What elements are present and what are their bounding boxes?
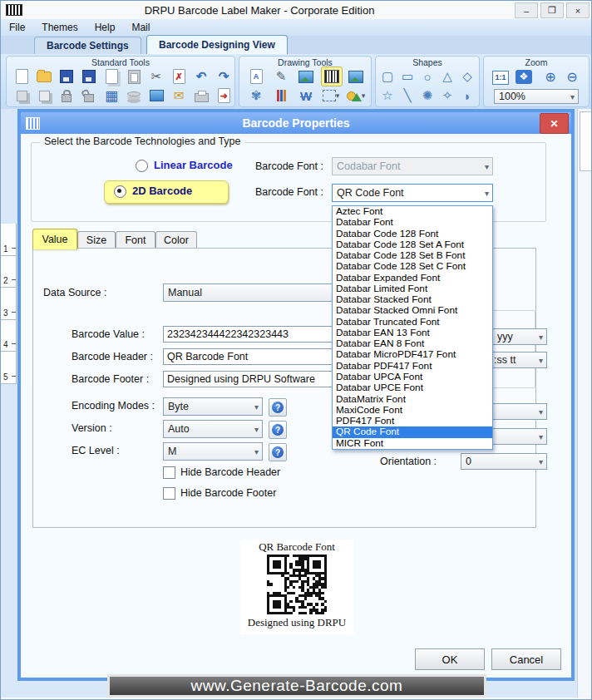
close-button[interactable]: × <box>566 2 590 18</box>
font-list-item[interactable]: PDF417 Font <box>333 416 492 426</box>
tab-value[interactable]: Value <box>32 229 77 249</box>
ec-level-select[interactable]: M ▾ <box>163 442 263 461</box>
font-list-item[interactable]: Databar Limited Font <box>333 283 492 294</box>
new-icon[interactable] <box>12 67 32 86</box>
font-list-item[interactable]: Databar Expanded Font <box>333 273 492 283</box>
paste-icon[interactable] <box>124 67 144 86</box>
barcode-header-input[interactable]: QR Barcode Font <box>163 348 348 365</box>
zoom-in-icon[interactable]: ⊕ <box>540 67 560 86</box>
shape-four-star-icon[interactable]: ✧ <box>439 86 456 105</box>
tab-size[interactable]: Size <box>77 231 116 249</box>
shapes-tool-icon[interactable]: ▾ <box>346 86 366 105</box>
font-list-item[interactable]: Aztec Font <box>333 206 492 217</box>
version-select[interactable]: Auto ▾ <box>163 420 263 438</box>
lock-icon[interactable] <box>57 86 76 105</box>
export-icon[interactable]: ➜ <box>214 86 234 105</box>
shape-triangle-icon[interactable]: △ <box>439 67 456 86</box>
cancel-button[interactable]: Cancel <box>491 648 561 670</box>
select-area-tool-icon[interactable]: ▾ <box>321 86 341 105</box>
picture-tool-icon[interactable] <box>296 67 316 86</box>
delete-icon[interactable]: ✗ <box>169 67 189 86</box>
watermark-tool-icon[interactable]: W <box>296 86 316 105</box>
hide-footer-checkbox[interactable] <box>163 487 175 500</box>
tab-barcode-settings[interactable]: Barcode Settings <box>34 37 141 54</box>
shape-arc-icon[interactable]: ◗ <box>459 86 476 105</box>
shape-line-icon[interactable]: ╲ <box>399 86 416 105</box>
shape-square-icon[interactable]: ▢ <box>379 67 396 86</box>
freeform-tool-icon[interactable]: ✾ <box>246 86 266 105</box>
pen-tool-icon[interactable]: ✎ <box>271 67 291 86</box>
dialog-close-button[interactable]: ✕ <box>540 113 569 134</box>
menu-themes[interactable]: Themes <box>33 19 86 36</box>
font-list-item[interactable]: Databar Stacked Font <box>333 294 492 305</box>
shape-burst-icon[interactable]: ✺ <box>419 86 436 105</box>
2d-font-select[interactable]: QR Code Font ▾ <box>332 184 493 202</box>
barcode-footer-input[interactable]: Designed using DRPU Software <box>163 371 348 387</box>
shape-circle-icon[interactable]: ○ <box>419 67 436 86</box>
data-source-select[interactable]: Manual ▾ <box>163 283 348 302</box>
version-help-button[interactable]: ? <box>269 421 287 439</box>
save-icon[interactable] <box>57 67 76 86</box>
font-list-item[interactable]: MaxiCode Font <box>333 405 492 416</box>
layers-icon[interactable] <box>12 86 32 105</box>
text-tool-icon[interactable]: A <box>246 67 266 86</box>
print-icon[interactable] <box>191 86 211 105</box>
export-image-icon[interactable] <box>146 86 166 105</box>
tab-barcode-designing-view[interactable]: Barcode Designing View <box>146 35 288 54</box>
font-list-item[interactable]: Databar MicroPDF417 Font <box>333 349 492 360</box>
shape-rectangle-icon[interactable]: ▭ <box>399 67 416 86</box>
linear-barcode-radio[interactable] <box>136 160 148 172</box>
barcode-tool-icon[interactable] <box>321 67 343 86</box>
font-list-item[interactable]: Databar Code 128 Set A Font <box>333 239 492 250</box>
copy-icon[interactable] <box>101 67 121 86</box>
font-list-item[interactable]: Databar EAN 8 Font <box>333 338 492 349</box>
zoom-actual-size-icon[interactable]: 1:1 <box>491 68 511 86</box>
shape-star-icon[interactable]: ☆ <box>379 86 396 105</box>
zoom-out-icon[interactable]: ⊖ <box>562 67 582 86</box>
ec-level-help-button[interactable]: ? <box>269 443 287 461</box>
zoom-fit-icon[interactable]: ❖ <box>514 67 534 86</box>
font-list-item[interactable]: Databar UPCE Font <box>333 382 492 393</box>
font-list-item[interactable]: Databar Code 128 Set C Font <box>333 261 492 272</box>
tab-color[interactable]: Color <box>155 231 197 249</box>
cut-icon[interactable]: ✂ <box>146 67 166 86</box>
menu-help[interactable]: Help <box>86 19 124 36</box>
minimize-button[interactable]: – <box>515 2 538 18</box>
font-list-item[interactable]: Databar Font <box>333 217 492 228</box>
font-list-item[interactable]: Databar Code 128 Font <box>333 229 492 239</box>
tab-font[interactable]: Font <box>116 231 155 249</box>
menu-file[interactable]: File <box>1 19 33 36</box>
unlock-icon[interactable] <box>79 86 99 105</box>
scrollbar-thumb[interactable] <box>580 111 592 171</box>
redo-icon[interactable]: ↷ <box>214 67 234 86</box>
vertical-scrollbar[interactable] <box>577 109 592 698</box>
font-list-item[interactable]: Databar PDF417 Font <box>333 361 492 372</box>
font-list-item[interactable]: Databar UPCA Font <box>333 372 492 382</box>
2d-barcode-radio[interactable] <box>114 185 126 198</box>
hide-header-checkbox[interactable] <box>163 466 175 479</box>
library-tool-icon[interactable] <box>271 86 291 105</box>
font-list-item[interactable]: Databar Stacked Omni Font <box>333 305 492 316</box>
encoding-modes-select[interactable]: Byte ▾ <box>163 397 263 416</box>
ok-button[interactable]: OK <box>415 648 485 670</box>
font-list-item[interactable]: Databar EAN 13 Font <box>333 328 492 338</box>
image-tool-icon[interactable] <box>346 67 366 86</box>
save-as-icon[interactable] <box>79 67 99 86</box>
orientation-select[interactable]: 0 ▾ <box>461 453 547 470</box>
font-list-item-selected[interactable]: QR Code Font <box>333 426 492 437</box>
database-icon[interactable] <box>124 85 144 103</box>
undo-icon[interactable]: ↶ <box>191 67 211 86</box>
shape-diamond-icon[interactable]: ◇ <box>459 67 476 86</box>
menu-mail[interactable]: Mail <box>123 19 158 36</box>
barcode-value-input[interactable]: 232342344422342323443 <box>163 326 348 343</box>
font-list-item[interactable]: Databar Truncated Font <box>333 317 492 328</box>
open-icon[interactable] <box>34 67 54 86</box>
zoom-level-select[interactable]: 100% ▾ <box>494 89 579 104</box>
email-icon[interactable]: ✉ <box>169 86 189 105</box>
maximize-button[interactable]: ❐ <box>540 2 564 18</box>
font-list-item[interactable]: MICR Font <box>333 438 492 449</box>
encoding-help-button[interactable]: ? <box>269 398 287 417</box>
font-list-item[interactable]: DataMatrix Font <box>333 394 492 405</box>
layers-alt-icon[interactable] <box>34 86 54 105</box>
font-list-item[interactable]: Databar Code 128 Set B Font <box>333 250 492 261</box>
